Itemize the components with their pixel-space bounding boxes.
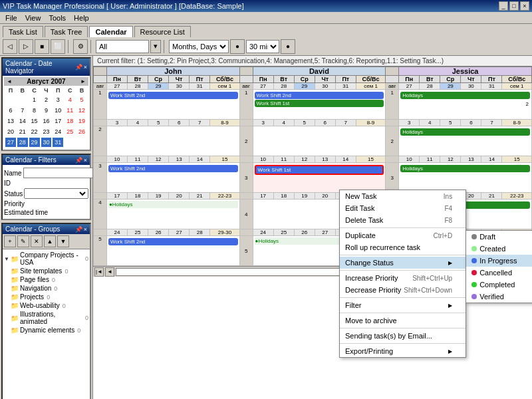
cal-day[interactable]: 6 [5, 106, 16, 115]
filter-pin-icon[interactable]: 📌 [75, 157, 82, 164]
ctx-rollup[interactable]: Roll up recurrence task [340, 241, 466, 253]
menu-help[interactable]: Help [70, 13, 93, 23]
filter-name-input[interactable] [23, 168, 93, 178]
calendar-area[interactable]: John David Jessica Пн Вт Ср Чт Пт [93, 66, 532, 399]
cal-day[interactable]: 19 [76, 116, 87, 126]
filter-status-select[interactable] [24, 188, 88, 199]
cal-day[interactable]: 25 [65, 127, 75, 136]
cal-day[interactable] [17, 95, 28, 104]
ctx-edit-task[interactable]: Edit Task F4 [340, 202, 466, 214]
cal-day[interactable]: 3 [53, 95, 63, 104]
cal-day[interactable]: 26 [76, 127, 87, 136]
status-draft[interactable]: Draft [466, 231, 532, 243]
david-task-shift1st-red[interactable]: Work Shift 1st [255, 165, 384, 175]
tree-item-pagefiles[interactable]: 📁 Page files 0 [11, 275, 88, 284]
cal-day[interactable]: 20 [5, 127, 16, 136]
john-task-shift2nd-5[interactable]: Work Shift 2nd [108, 238, 238, 245]
maximize-button[interactable]: □ [509, 1, 519, 11]
david-task-shift2nd-1[interactable]: Work Shift 2nd [255, 92, 384, 99]
ctx-export[interactable]: Export/Printing ▶ [340, 345, 466, 357]
cal-day[interactable]: 22 [29, 127, 40, 136]
cal-day[interactable]: 17 [53, 116, 63, 126]
tab-calendar[interactable]: Calendar [89, 26, 132, 37]
cal-day-selected[interactable]: 28 [17, 138, 28, 147]
cal-day[interactable]: 15 [29, 116, 40, 126]
toolbar-btn-1[interactable]: ◁ [3, 39, 17, 54]
view-months-select[interactable]: Months, Days [169, 40, 229, 53]
cal-day[interactable]: 16 [41, 116, 52, 126]
john-holidays-4[interactable]: ●Holidays [108, 201, 238, 208]
toolbar-filter-btn[interactable]: ⚙ [73, 39, 88, 54]
next-month-button[interactable]: ► [80, 78, 86, 84]
ctx-email[interactable]: Sending task(s) by Email... [340, 330, 466, 342]
ctx-decrease-priority[interactable]: Decrease Priority Shift+Ctrl+Down [340, 284, 466, 296]
filter-dropdown[interactable]: All [96, 40, 149, 53]
jessica-week1-cell[interactable]: Holidays 2 [399, 90, 532, 120]
john-week4-cell[interactable]: ●Holidays [107, 200, 240, 229]
tree-item-sitetemplates[interactable]: 📁 Site templates 0 [11, 267, 88, 275]
minimize-button[interactable]: _ [499, 1, 508, 11]
status-verified[interactable]: Verified [466, 291, 532, 303]
cal-day[interactable]: 10 [53, 106, 63, 115]
cal-day[interactable]: 11 [65, 106, 75, 115]
groups-edit-btn[interactable]: ✎ [17, 235, 29, 247]
tab-tasklist[interactable]: Task List [3, 26, 43, 37]
jessica-holiday-2[interactable]: Holidays [400, 128, 530, 136]
menu-file[interactable]: File [1, 13, 21, 23]
cal-nav-prev[interactable]: ◄ [105, 267, 114, 277]
cal-nav-first[interactable]: |◄ [94, 267, 104, 277]
tree-item-navigation[interactable]: 📁 Navigation 0 [11, 284, 88, 293]
filter-dropdown-arrow[interactable]: ▾ [150, 40, 161, 53]
groups-up-btn[interactable]: ▲ [44, 235, 56, 247]
cal-day[interactable]: 4 [65, 95, 75, 104]
tree-item-illustrations[interactable]: 📁 Illustrations, animated 0 [11, 310, 88, 326]
cal-day[interactable] [76, 138, 87, 147]
groups-close-icon[interactable]: × [84, 226, 87, 233]
view-toggle-btn[interactable]: ● [230, 39, 245, 54]
cal-day[interactable] [5, 95, 16, 104]
status-cancelled[interactable]: Cancelled [466, 267, 532, 279]
view-time-toggle[interactable]: ● [281, 39, 295, 54]
ctx-increase-priority[interactable]: Increase Priority Shift+Ctrl+Up [340, 272, 466, 284]
ctx-delete-task[interactable]: Delete Task F8 [340, 214, 466, 226]
toolbar-btn-3[interactable]: ■ [35, 39, 49, 54]
ctx-archive[interactable]: Move to archive [340, 315, 466, 327]
tab-resourcelist[interactable]: Resource List [134, 26, 191, 37]
cal-day-selected[interactable]: 27 [5, 138, 16, 147]
cal-day[interactable]: 5 [76, 95, 87, 104]
menu-view[interactable]: View [21, 13, 45, 23]
cal-day-selected[interactable]: 31 [53, 138, 63, 147]
david-week2-cell[interactable] [253, 126, 386, 156]
view-time-select[interactable]: 30 min [246, 40, 279, 53]
status-created[interactable]: Created [466, 243, 532, 255]
groups-down-btn[interactable]: ▼ [57, 235, 69, 247]
nav-close-icon[interactable]: × [84, 64, 87, 70]
jessica-holiday-3[interactable]: Holidays [400, 165, 530, 172]
cal-day[interactable]: 2 [41, 95, 52, 104]
groups-delete-btn[interactable]: ✕ [31, 235, 43, 247]
john-task-shift2nd-1[interactable]: Work Shift 2nd [108, 92, 238, 99]
cal-day[interactable]: 8 [29, 106, 40, 115]
status-completed[interactable]: Completed [466, 279, 532, 291]
prev-month-button[interactable]: ◄ [7, 78, 12, 84]
john-task-shift2nd-3[interactable]: Work Shift 2nd [108, 165, 238, 172]
cal-day[interactable]: 21 [17, 127, 28, 136]
cal-day-selected[interactable]: 30 [41, 138, 52, 147]
close-button[interactable]: × [520, 1, 529, 11]
david-task-shift1st-1[interactable]: Work Shift 1st [255, 100, 384, 107]
cal-day[interactable]: 23 [41, 127, 52, 136]
cal-day[interactable]: 1 [29, 95, 40, 104]
ctx-filter[interactable]: Filter ▶ [340, 299, 466, 311]
jessica-week2-cell[interactable]: Holidays [399, 126, 532, 156]
david-week1-cell[interactable]: Work Shift 2nd Work Shift 1st [253, 90, 386, 120]
cal-day[interactable]: 9 [41, 106, 52, 115]
toolbar-btn-4[interactable]: ⬜ [51, 39, 65, 54]
john-week5-cell[interactable]: Work Shift 2nd [107, 236, 240, 266]
ctx-new-task[interactable]: New Task Ins [340, 190, 466, 202]
filter-close-icon[interactable]: × [84, 157, 87, 164]
cal-day[interactable] [65, 138, 75, 147]
ctx-change-status[interactable]: Change Status ▶ [340, 257, 466, 269]
john-week1-cell[interactable]: Work Shift 2nd [107, 90, 240, 120]
john-week2-cell[interactable] [107, 126, 240, 156]
cal-day[interactable]: 14 [17, 116, 28, 126]
